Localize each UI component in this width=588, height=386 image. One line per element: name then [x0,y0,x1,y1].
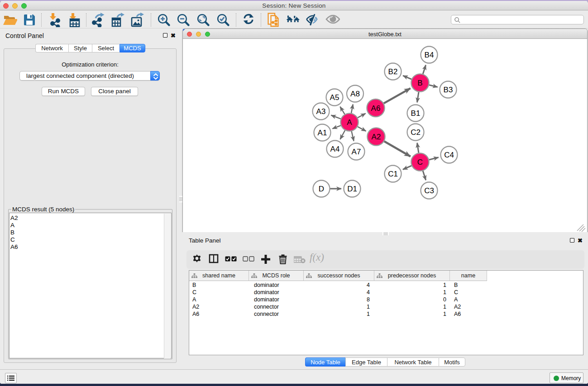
svg-text:B1: B1 [411,109,421,118]
svg-text:C4: C4 [444,151,454,159]
svg-text:A2: A2 [372,133,381,141]
svg-text:C3: C3 [424,186,434,195]
svg-text:C: C [417,158,423,167]
svg-text:C2: C2 [411,128,421,137]
svg-text:A6: A6 [371,104,381,113]
svg-text:A4: A4 [330,145,340,153]
svg-text:A3: A3 [316,107,326,116]
svg-text:A1: A1 [318,129,327,137]
svg-text:B: B [417,79,422,87]
svg-text:C1: C1 [388,170,398,178]
svg-text:A5: A5 [330,93,339,102]
svg-text:A: A [347,118,352,127]
svg-text:D: D [319,185,324,193]
svg-text:B3: B3 [444,86,453,94]
svg-text:A7: A7 [352,148,361,156]
svg-text:B2: B2 [388,67,398,76]
svg-text:A8: A8 [350,90,360,98]
svg-text:D1: D1 [347,185,357,193]
svg-text:B4: B4 [425,51,434,59]
